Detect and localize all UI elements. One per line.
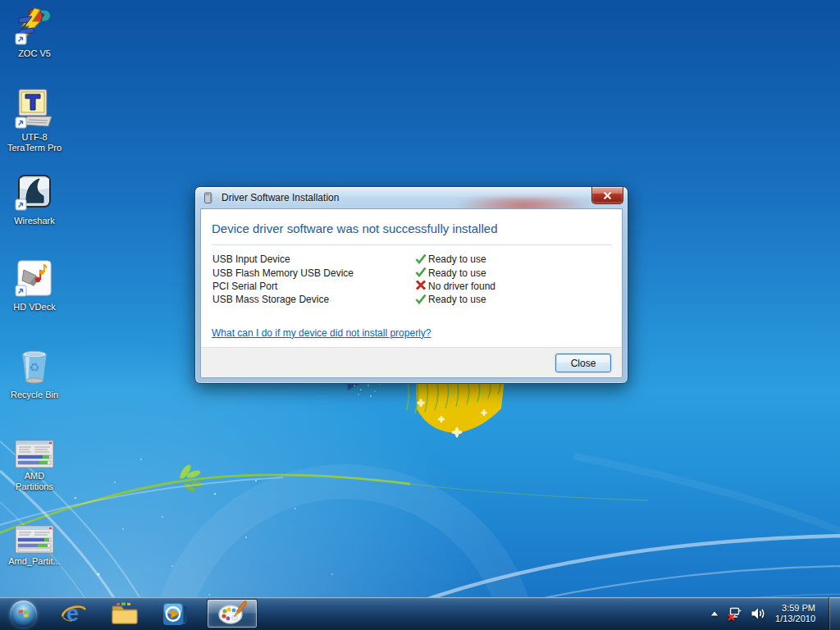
desktop-icon-amd-partit-file[interactable]: Amd_Partit... — [0, 525, 69, 567]
device-status: No driver found — [428, 281, 495, 292]
svg-text:e: e — [66, 601, 79, 626]
dialog-heading: Device driver software was not successfu… — [212, 221, 611, 235]
device-name: USB Flash Memory USB Device — [212, 267, 415, 279]
clock-time: 3:59 PM — [775, 603, 815, 614]
status-ok-icon — [415, 294, 427, 304]
driver-installation-dialog: Driver Software Installation Device driv… — [194, 186, 628, 384]
desktop-icon-amd-partitions[interactable]: AMDPartitions — [0, 440, 69, 492]
device-status: Ready to use — [428, 267, 486, 279]
desktop-icon-wireshark[interactable]: Wireshark — [0, 172, 69, 226]
system-tray: 3:59 PM 1/13/2010 — [710, 603, 827, 624]
amd-partit-file-icon — [15, 525, 54, 554]
shortcut-arrow-icon — [16, 285, 26, 296]
status-error-icon — [415, 280, 427, 290]
show-hidden-icons-arrow[interactable] — [710, 610, 719, 617]
show-desktop-button[interactable] — [829, 597, 840, 630]
desktop-icon-label: Wireshark — [0, 216, 69, 226]
device-row: USB Mass Storage Device Ready to use — [201, 293, 622, 306]
taskbar-item-internet-explorer[interactable]: e — [52, 597, 95, 630]
desktop: ZOC V5 UTF-8TeraTerm Pro — [0, 0, 840, 630]
device-name: PCI Serial Port — [212, 281, 415, 292]
desktop-icon-teraterm[interactable]: UTF-8TeraTerm Pro — [0, 87, 69, 153]
desktop-icon-label: HD VDeck — [0, 302, 69, 313]
recycle-bin-icon: ♻ — [14, 345, 55, 387]
desktop-icon-hd-vdeck[interactable]: HD VDeck — [0, 258, 69, 313]
separator — [212, 244, 612, 245]
close-button[interactable]: Close — [555, 354, 611, 372]
volume-icon[interactable] — [751, 607, 766, 620]
internet-explorer-icon: e — [60, 600, 88, 627]
taskbar-item-windows-explorer[interactable] — [103, 597, 146, 630]
clock-date: 1/13/2010 — [775, 614, 815, 624]
start-orb-icon — [10, 600, 37, 628]
shortcut-arrow-icon — [16, 117, 26, 128]
dialog-footer: Close — [201, 347, 622, 377]
start-button[interactable] — [0, 597, 46, 630]
folder-explorer-icon — [110, 600, 139, 627]
device-row: PCI Serial Port No driver found — [201, 280, 622, 293]
desktop-icon-label: AMDPartitions — [0, 471, 69, 492]
close-icon[interactable] — [591, 187, 623, 204]
help-link[interactable]: What can I do if my device did not insta… — [212, 327, 431, 339]
device-status: Ready to use — [428, 294, 486, 305]
shortcut-arrow-icon — [16, 34, 26, 44]
device-row: USB Flash Memory USB Device Ready to use — [201, 266, 622, 279]
hd-vdeck-app-icon — [14, 258, 55, 299]
status-ok-icon — [415, 267, 427, 277]
status-ok-icon — [415, 253, 427, 264]
media-player-icon — [162, 600, 189, 627]
shortcut-arrow-icon — [16, 199, 26, 210]
driver-device-icon — [203, 192, 215, 204]
wireshark-app-icon — [14, 172, 55, 213]
amd-partitions-file-icon — [15, 440, 54, 468]
taskbar: e — [0, 597, 840, 630]
dialog-title: Driver Software Installation — [221, 192, 339, 203]
taskbar-item-paint-active[interactable] — [207, 599, 258, 628]
device-row: USB Input Device Ready to use — [201, 253, 622, 266]
device-name: USB Mass Storage Device — [212, 294, 415, 305]
glass-reflection — [454, 197, 593, 208]
paint-icon — [217, 600, 247, 627]
clock[interactable]: 3:59 PM 1/13/2010 — [774, 603, 820, 624]
svg-text:♻: ♻ — [29, 360, 39, 374]
taskbar-item-windows-media-player[interactable] — [154, 597, 197, 630]
desktop-icon-recycle-bin[interactable]: ♻ Recycle Bin — [0, 345, 69, 400]
network-disconnected-icon[interactable] — [727, 607, 743, 621]
desktop-icon-label: ZOC V5 — [0, 48, 69, 59]
dialog-body: Device driver software was not successfu… — [200, 208, 623, 378]
device-name: USB Input Device — [212, 253, 415, 265]
zoc-app-icon — [14, 5, 55, 46]
device-status: Ready to use — [428, 253, 486, 265]
dialog-title-bar[interactable]: Driver Software Installation — [195, 187, 628, 208]
desktop-icon-label: Recycle Bin — [0, 390, 69, 400]
desktop-icon-label: Amd_Partit... — [0, 556, 69, 567]
teraterm-app-icon — [14, 87, 55, 130]
desktop-icon-zoc-v5[interactable]: ZOC V5 — [0, 5, 69, 59]
desktop-icon-label: UTF-8TeraTerm Pro — [0, 132, 69, 153]
